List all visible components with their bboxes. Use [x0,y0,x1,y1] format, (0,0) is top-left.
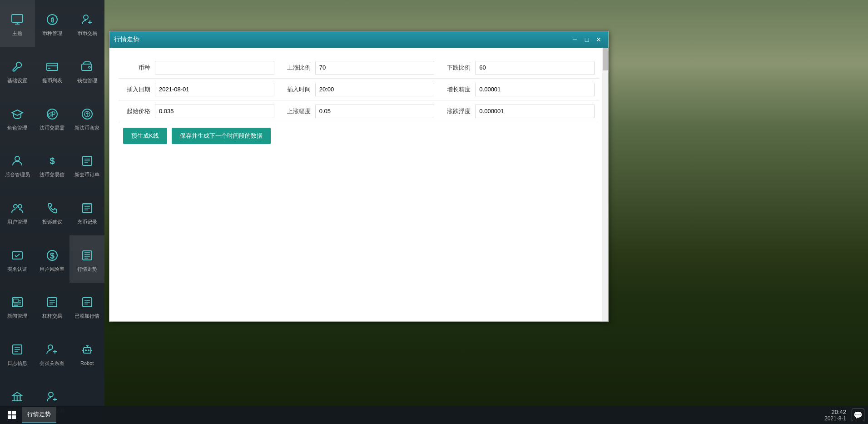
robot-icon [79,341,95,358]
svg-rect-17 [83,204,92,205]
start-button[interactable] [4,407,20,423]
sidebar-item-fabijiaoyi[interactable]: 法币交易需 [35,94,70,141]
shangzhang-input[interactable] [315,61,435,75]
sidebar-item-chongbijilu[interactable]: 充币记录 [69,189,104,236]
sidebar-item-label: 币种管理 [42,30,62,36]
svg-point-35 [49,392,53,397]
sidebar-item-yitianjia[interactable]: 已添加行情 [69,283,104,330]
check-icon [9,247,25,264]
sidebar-item-xinfabijiaoyi[interactable]: 新法币商家 [69,94,104,141]
preview-kline-button[interactable]: 预生成K线 [123,128,167,144]
dialog-maximize-button[interactable]: □ [582,35,592,44]
news-icon [9,294,25,310]
sidebar-item-hangqingzoushi[interactable]: 行情走势 [69,235,104,283]
xiadie-input[interactable] [475,61,595,75]
sidebar-item-label: 充币记录 [77,219,97,225]
form-cell-zhangdiefudu: 涨跌浮度 [439,100,599,122]
xiadie-label: 下跌比例 [443,64,475,72]
list6-icon [9,341,25,358]
zhangdiefudu-label: 涨跌浮度 [443,107,475,115]
phone-icon [44,200,60,216]
qishijiage-input[interactable] [155,105,274,118]
scrollbar-track[interactable] [602,48,608,321]
sidebar-item-qianbaoguanli[interactable]: 钱包管理 [69,47,104,95]
dialog-close-button[interactable]: ✕ [594,35,604,44]
dollar-icon: $ [44,153,60,169]
sidebar-item-shimingrenzheng[interactable]: 实名认证 [0,235,35,283]
sidebar-item-jichushezhi[interactable]: 基础设置 [0,47,35,95]
sidebar-item-label: 行情走势 [77,266,97,272]
svg-rect-21 [83,251,92,260]
sidebar-item-label: 基础设置 [7,78,27,84]
sidebar-item-label: 新闻管理 [7,313,27,319]
user-add2-icon [44,389,60,405]
charuriqi-input[interactable] [155,83,274,96]
form-cell-shangzhangfuduo: 上涨幅度 [279,100,439,122]
svg-rect-36 [8,411,11,414]
sidebar: 主题 ₿ 币种管理 币币交易 [0,0,104,424]
sidebar-item-bizhongguanli[interactable]: ₿ 币种管理 [35,0,70,47]
person-icon [9,153,25,169]
bitcoin-icon: ₿ [44,11,60,28]
scrollbar-thumb[interactable] [603,48,608,70]
sidebar-item-rizhixinxi[interactable]: 日志信息 [0,330,35,377]
sidebar-item-label: 投诉建议 [42,219,62,225]
bizhong-label: 币种 [123,64,155,72]
coin-icon [44,106,60,122]
dialog-body: 币种 上涨比例 下跌比例 插入日期 插入时间 [109,48,608,321]
svg-point-3 [84,15,88,20]
bizhong-input[interactable] [155,61,274,75]
shangzhangfuduo-label: 上涨幅度 [283,107,315,115]
sidebar-item-bizhijiaoy[interactable]: 币币交易 [69,0,104,47]
wallet-icon [79,59,95,75]
taskbar-active-item[interactable]: 行情走势 [22,407,56,423]
sidebar-item-houtaiguanli[interactable]: 后台管理员 [0,141,35,189]
list4-icon [44,294,60,310]
svg-point-15 [18,205,22,208]
sidebar-item-label: 日志信息 [7,360,27,366]
list2-icon [79,200,95,216]
save-next-button[interactable]: 保存并生成下一个时间段的数据 [172,128,271,144]
sidebar-item-tibiaolie[interactable]: 提币列表 [35,47,70,95]
sidebar-item-label: Robot [80,360,94,366]
sidebar-item-fabijiaoyi2[interactable]: $ 法币交易信 [35,141,70,189]
sidebar-item-label: 后台管理员 [5,172,30,178]
svg-text:₿: ₿ [50,16,54,24]
users-icon [9,200,25,216]
sidebar-item-ganjujiaoyi[interactable]: 杠杆交易 [35,283,70,330]
sidebar-item-label: 币币交易 [77,30,97,36]
svg-point-30 [88,349,89,351]
sidebar-item-jiaoseguanli[interactable]: 角色管理 [0,94,35,141]
shangzhangfuduo-input[interactable] [315,105,435,118]
sidebar-item-label: 新去币订单 [74,172,99,178]
charushijian-input[interactable] [315,83,435,96]
sidebar-item-yonghufengxian[interactable]: $ 用户风险率 [35,235,70,283]
coin2-icon [79,106,95,122]
svg-rect-34 [12,400,22,401]
zhangdiefudu-input[interactable] [475,105,595,118]
qishijiage-label: 起始价格 [123,107,155,115]
sidebar-item-label: 新法币商家 [74,125,99,131]
form-cell-charuriqi: 插入日期 [119,79,279,100]
svg-rect-28 [84,348,91,353]
chat-button[interactable]: 💬 [852,409,864,421]
list-icon [79,153,95,169]
dollar2-icon: $ [44,247,60,264]
zengzhangjingdu-input[interactable] [475,83,595,96]
dialog-minimize-button[interactable]: ─ [570,35,580,44]
svg-point-7 [89,66,90,68]
sidebar-item-huiyuanguanxi[interactable]: 会员关系图 [35,330,70,377]
sidebar-item-zhuti[interactable]: 主题 [0,0,35,47]
list3-icon [79,247,95,264]
sidebar-item-yonghuguanli[interactable]: 用户管理 [0,189,35,236]
sidebar-item-xinfabidindan[interactable]: 新去币订单 [69,141,104,189]
sidebar-item-robot[interactable]: Robot [69,330,104,377]
shangzhang-label: 上涨比例 [283,64,315,72]
card-icon [44,59,60,75]
sidebar-item-label: 法币交易信 [40,172,64,178]
sidebar-item-label: 杠杆交易 [42,313,62,319]
sidebar-item-tousujianya[interactable]: 投诉建议 [35,189,70,236]
sidebar-item-label: 提币列表 [42,78,62,84]
sidebar-item-xinwenguanli[interactable]: 新闻管理 [0,283,35,330]
svg-rect-5 [48,68,50,69]
